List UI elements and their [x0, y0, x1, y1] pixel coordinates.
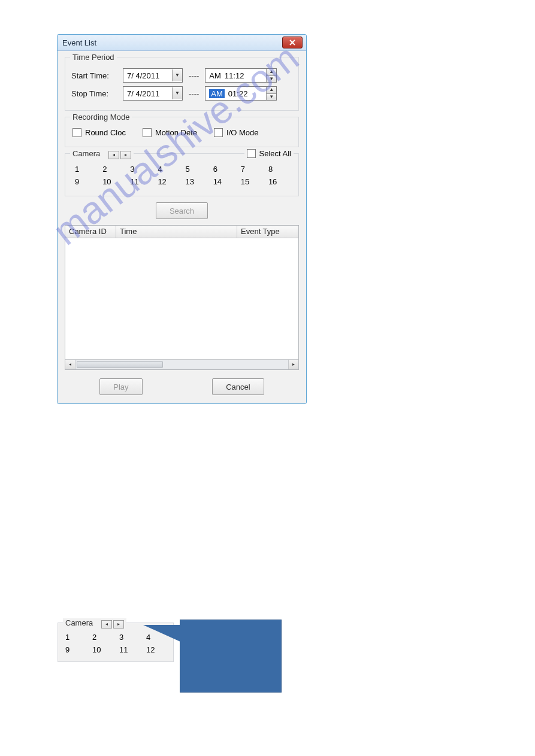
- col-camera-id[interactable]: Camera ID: [65, 226, 116, 238]
- spin-down-icon[interactable]: ▼: [267, 94, 276, 101]
- camera-number: 12: [158, 177, 166, 186]
- camera-number: 9: [65, 645, 69, 654]
- camera-number: 1: [75, 165, 79, 174]
- camera-page-nav: ◂ ▸: [101, 620, 124, 629]
- camera-checkbox-8[interactable]: 8: [266, 165, 291, 174]
- camera-number: 15: [241, 177, 249, 186]
- horizontal-scrollbar[interactable]: ◂ ▸: [65, 359, 298, 369]
- camera-checkbox-2[interactable]: 2: [100, 165, 125, 174]
- start-date-picker[interactable]: 7/ 4/2011 ▼: [123, 68, 183, 83]
- cancel-button[interactable]: Cancel: [212, 378, 264, 395]
- camera-checkbox-7[interactable]: 7: [238, 165, 264, 174]
- checkbox-icon: [72, 128, 81, 137]
- camera-checkbox-12[interactable]: 12: [155, 177, 180, 186]
- camera-checkbox-4[interactable]: 4: [155, 165, 180, 174]
- listview-header: Camera ID Time Event Type: [65, 226, 298, 238]
- camera-prev-button[interactable]: ◂: [101, 620, 112, 629]
- stop-time-value: 01:22: [228, 89, 248, 98]
- separator: ----: [189, 89, 199, 98]
- camera-checkbox-10[interactable]: 10: [100, 177, 125, 186]
- camera-checkbox-5[interactable]: 5: [183, 165, 208, 174]
- start-time-row: Start Time: 7/ 4/2011 ▼ ---- AM 11:12 ▲ …: [71, 68, 292, 83]
- search-button[interactable]: Search: [156, 202, 208, 219]
- camera-checkbox-9[interactable]: 9: [72, 177, 98, 186]
- col-time[interactable]: Time: [116, 226, 237, 238]
- spin-up-icon[interactable]: ▲: [267, 69, 276, 76]
- start-time-value: 11:12: [225, 71, 244, 80]
- camera-legend: Camera ◂ ▸: [70, 149, 134, 159]
- camera-number: 4: [158, 165, 162, 174]
- recording-mode-group: Recording Mode Round Cloc Motion Dete I/…: [65, 117, 299, 147]
- motion-detect-checkbox[interactable]: Motion Dete: [143, 128, 197, 137]
- camera-number: 13: [186, 177, 194, 186]
- camera-checkbox-11[interactable]: 11: [117, 645, 141, 654]
- camera-number: 11: [119, 645, 128, 654]
- camera-next-button[interactable]: ▸: [120, 151, 131, 159]
- play-button[interactable]: Play: [99, 378, 142, 395]
- camera-number: 6: [213, 165, 217, 174]
- camera-prev-button[interactable]: ◂: [108, 151, 119, 159]
- camera-crop-legend-text: Camera: [65, 618, 93, 627]
- camera-checkbox-12[interactable]: 12: [144, 645, 168, 654]
- camera-checkbox-16[interactable]: 16: [266, 177, 291, 186]
- spin-up-icon[interactable]: ▲: [267, 87, 276, 94]
- col-event-type[interactable]: Event Type: [237, 226, 298, 238]
- camera-checkbox-11[interactable]: 11: [128, 177, 153, 186]
- camera-group: Camera ◂ ▸ Select All 123456789101112131…: [65, 153, 299, 196]
- close-button[interactable]: [282, 37, 303, 48]
- io-mode-checkbox[interactable]: I/O Mode: [214, 128, 258, 137]
- start-time-spinner[interactable]: AM 11:12 ▲ ▼: [205, 68, 277, 83]
- stop-time-spinner[interactable]: AM 01:22 ▲ ▼: [205, 86, 277, 101]
- camera-checkbox-2[interactable]: 2: [90, 633, 114, 642]
- camera-next-button[interactable]: ▸: [113, 620, 124, 629]
- camera-checkbox-6[interactable]: 6: [211, 165, 236, 174]
- stop-date-picker[interactable]: 7/ 4/2011 ▼: [123, 86, 183, 101]
- camera-number: 1: [65, 633, 69, 642]
- camera-checkbox-3[interactable]: 3: [128, 165, 153, 174]
- spin-buttons[interactable]: ▲ ▼: [266, 69, 276, 82]
- camera-number: 10: [92, 645, 101, 654]
- motion-detect-label: Motion Dete: [155, 128, 197, 137]
- time-period-legend: Time Period: [70, 53, 117, 62]
- camera-checkbox-9[interactable]: 9: [63, 645, 87, 654]
- camera-checkbox-3[interactable]: 3: [117, 633, 141, 642]
- camera-legend-text: Camera: [72, 149, 100, 158]
- scroll-track[interactable]: [75, 360, 288, 369]
- select-all-wrap: Select All: [244, 149, 294, 158]
- camera-checkbox-1[interactable]: 1: [72, 165, 98, 174]
- start-date-value: 7/ 4/2011: [127, 71, 159, 80]
- camera-checkbox-10[interactable]: 10: [90, 645, 114, 654]
- dialog-title: Event List: [62, 38, 96, 47]
- camera-number: 2: [102, 165, 107, 174]
- stop-date-value: 7/ 4/2011: [127, 89, 159, 98]
- checkbox-icon: [247, 149, 256, 158]
- stop-ampm: AM: [209, 89, 225, 98]
- round-clock-checkbox[interactable]: Round Cloc: [72, 128, 126, 137]
- camera-checkbox-14[interactable]: 14: [211, 177, 236, 186]
- select-all-label: Select All: [259, 149, 291, 158]
- camera-checkbox-1[interactable]: 1: [63, 633, 87, 642]
- stop-time-row: Stop Time: 7/ 4/2011 ▼ ---- AM 01:22 ▲ ▼: [71, 86, 292, 101]
- camera-checkbox-13[interactable]: 13: [183, 177, 208, 186]
- spin-down-icon[interactable]: ▼: [267, 76, 276, 83]
- close-icon: [289, 40, 295, 45]
- camera-number: 16: [268, 177, 277, 186]
- scroll-right-icon[interactable]: ▸: [288, 360, 298, 369]
- camera-checkbox-15[interactable]: 15: [238, 177, 264, 186]
- scroll-left-icon[interactable]: ◂: [65, 360, 75, 369]
- camera-number: 8: [268, 165, 273, 174]
- round-clock-label: Round Cloc: [85, 128, 126, 137]
- dropdown-icon: ▼: [172, 69, 182, 81]
- event-listview[interactable]: Camera ID Time Event Type ◂ ▸: [65, 225, 299, 370]
- start-ampm: AM: [209, 71, 221, 80]
- separator: ----: [189, 71, 199, 80]
- spin-buttons[interactable]: ▲ ▼: [266, 87, 276, 100]
- select-all-checkbox[interactable]: Select All: [247, 149, 291, 158]
- scroll-thumb[interactable]: [77, 361, 163, 368]
- checkbox-icon: [214, 128, 223, 137]
- camera-number: 3: [119, 633, 123, 642]
- camera-number: 10: [102, 177, 111, 186]
- camera-number: 9: [75, 177, 79, 186]
- stop-time-label: Stop Time:: [71, 89, 117, 98]
- action-row: Play Cancel: [65, 378, 299, 395]
